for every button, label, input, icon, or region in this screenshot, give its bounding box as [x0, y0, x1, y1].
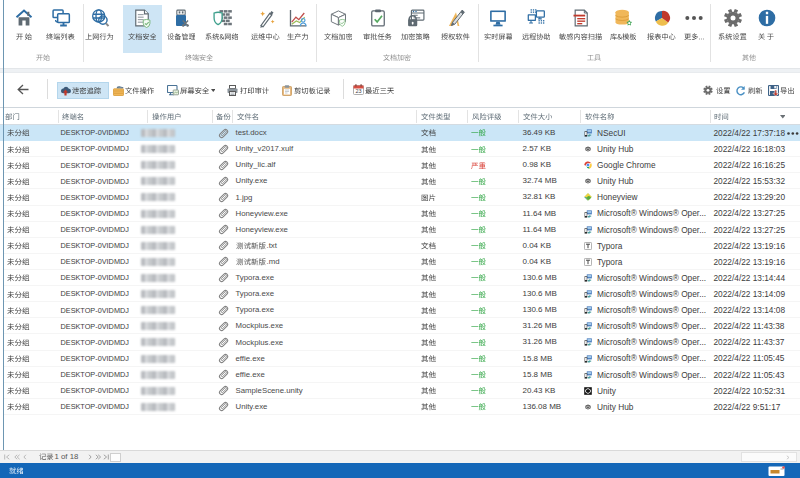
svg-text:23: 23: [355, 88, 361, 94]
